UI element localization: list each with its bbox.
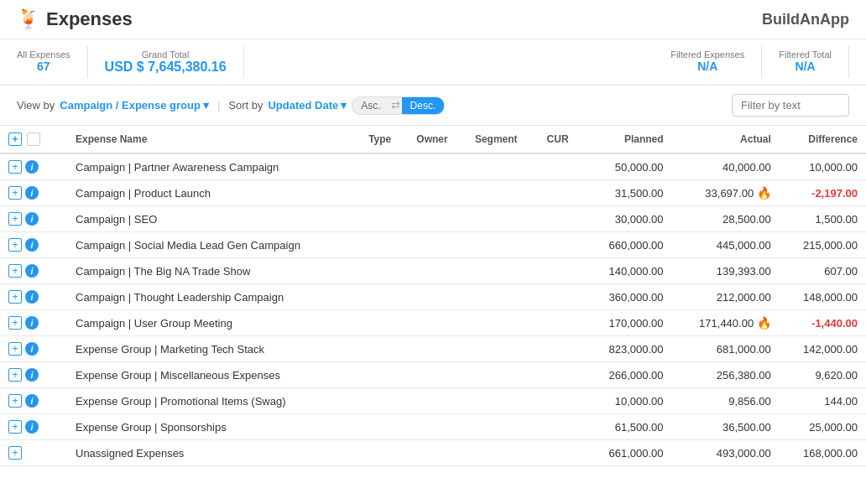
stats-bar: All Expenses 67 Grand Total USD $ 7,645,…: [0, 39, 866, 86]
view-by-select[interactable]: Campaign / Expense group ▾: [60, 99, 209, 112]
info-button[interactable]: i: [25, 394, 39, 408]
segment-cell: [467, 414, 539, 440]
difference-cell: 1,500.00: [780, 206, 866, 232]
select-all-checkbox[interactable]: [27, 132, 40, 146]
fire-icon: 🔥: [757, 316, 771, 330]
expand-row-button[interactable]: +: [8, 186, 22, 200]
planned-cell: 50,000.00: [585, 153, 671, 180]
row-actions-cell: +i: [0, 232, 67, 258]
expense-name-cell: Expense Group | Promotional Items (Swag): [67, 388, 360, 414]
all-expenses-label: All Expenses: [17, 49, 70, 60]
type-cell: [360, 180, 408, 206]
info-button[interactable]: i: [25, 368, 39, 382]
table-row: +iCampaign | Thought Leadership Campaign…: [0, 284, 866, 310]
table-body: +iCampaign | Partner Awareness Campaign5…: [0, 153, 866, 466]
negative-difference: -2,197.00: [811, 187, 858, 200]
expand-row-button[interactable]: +: [8, 290, 22, 304]
row-actions-cell: +i: [0, 180, 67, 206]
table-row: +iCampaign | The Big NA Trade Show140,00…: [0, 258, 866, 284]
app-title-area: 🍹 Expenses: [17, 8, 133, 30]
view-by-label: View by: [17, 99, 55, 112]
filter-input[interactable]: [732, 94, 849, 117]
filtered-total-value: N/A: [779, 60, 832, 73]
actual-cell: 256,380.00: [672, 362, 780, 388]
info-button[interactable]: i: [25, 342, 39, 356]
info-button[interactable]: i: [25, 290, 39, 304]
info-button[interactable]: i: [25, 160, 39, 174]
cur-cell: [539, 414, 586, 440]
actual-cell: 9,856.00: [672, 388, 780, 414]
col-actions: +: [0, 126, 67, 153]
expand-row-button[interactable]: +: [8, 264, 22, 278]
difference-cell: 9,620.00: [780, 362, 866, 388]
row-actions-cell: +i: [0, 414, 67, 440]
type-cell: [360, 362, 408, 388]
type-cell: [360, 206, 408, 232]
col-planned: Planned: [585, 126, 671, 153]
filtered-expenses-label: Filtered Expenses: [670, 49, 744, 60]
table-row: +Unassigned Expenses661,000.00493,000.00…: [0, 440, 866, 466]
expand-row-button[interactable]: +: [8, 368, 22, 382]
stat-filtered-expenses: Filtered Expenses N/A: [654, 46, 762, 78]
cur-cell: [539, 180, 586, 206]
table-row: +iExpense Group | Miscellaneous Expenses…: [0, 362, 866, 388]
expense-name-cell: Campaign | Thought Leadership Campaign: [67, 284, 360, 310]
expand-row-button[interactable]: +: [8, 420, 22, 434]
info-button[interactable]: i: [25, 186, 39, 200]
expense-table: + Expense Name Type Owner Segment CUR Pl…: [0, 126, 866, 466]
info-button[interactable]: i: [25, 420, 39, 434]
segment-cell: [467, 336, 539, 362]
actual-cell: 33,697.00 🔥: [672, 180, 780, 206]
info-button[interactable]: i: [25, 238, 39, 252]
sort-by-select[interactable]: Updated Date ▾: [268, 99, 347, 112]
cur-cell: [539, 310, 586, 336]
info-button[interactable]: i: [25, 212, 39, 226]
expand-row-button[interactable]: +: [8, 342, 22, 356]
table-row: +iExpense Group | Marketing Tech Stack82…: [0, 336, 866, 362]
expand-row-button[interactable]: +: [8, 316, 22, 330]
segment-cell: [467, 310, 539, 336]
desc-button[interactable]: Desc.: [402, 97, 445, 114]
owner-cell: [408, 284, 467, 310]
expand-row-button[interactable]: +: [8, 238, 22, 252]
row-actions-cell: +i: [0, 206, 67, 232]
col-segment: Segment: [467, 126, 539, 153]
actual-cell: 681,000.00: [672, 336, 780, 362]
row-actions-cell: +i: [0, 388, 67, 414]
cur-cell: [539, 153, 586, 180]
table-row: +iCampaign | Partner Awareness Campaign5…: [0, 153, 866, 180]
table-header: + Expense Name Type Owner Segment CUR Pl…: [0, 126, 866, 153]
table-row: +iCampaign | SEO30,000.0028,500.001,500.…: [0, 206, 866, 232]
info-button[interactable]: i: [25, 316, 39, 330]
asc-button[interactable]: Asc.: [352, 97, 389, 114]
expense-name-cell: Unassigned Expenses: [67, 440, 360, 466]
difference-cell: 144.00: [780, 388, 866, 414]
app-header: 🍹 Expenses BuildAnApp: [0, 0, 866, 39]
table-row: +iExpense Group | Promotional Items (Swa…: [0, 388, 866, 414]
cur-cell: [539, 336, 586, 362]
difference-cell: 215,000.00: [780, 232, 866, 258]
col-expense-name: Expense Name: [67, 126, 360, 153]
expand-row-button[interactable]: +: [8, 394, 22, 408]
owner-cell: [408, 232, 467, 258]
table-row: +iCampaign | Social Media Lead Gen Campa…: [0, 232, 866, 258]
planned-cell: 30,000.00: [585, 206, 671, 232]
difference-cell: 25,000.00: [780, 414, 866, 440]
expand-all-button[interactable]: +: [8, 132, 22, 146]
expense-name-cell: Campaign | SEO: [67, 206, 360, 232]
expand-row-button[interactable]: +: [8, 212, 22, 226]
actual-cell: 445,000.00: [672, 232, 780, 258]
fire-icon: 🔥: [757, 186, 771, 200]
planned-cell: 170,000.00: [585, 310, 671, 336]
app-name: BuildAnApp: [762, 11, 849, 29]
difference-cell: 168,000.00: [780, 440, 866, 466]
owner-cell: [408, 336, 467, 362]
actual-cell: 40,000.00: [672, 153, 780, 180]
expand-row-button[interactable]: +: [8, 160, 22, 174]
expense-name-cell: Expense Group | Miscellaneous Expenses: [67, 362, 360, 388]
planned-cell: 266,000.00: [585, 362, 671, 388]
info-button[interactable]: i: [25, 264, 39, 278]
expense-name-cell: Campaign | User Group Meeting: [67, 310, 360, 336]
expand-row-button[interactable]: +: [8, 446, 22, 460]
cur-cell: [539, 206, 586, 232]
